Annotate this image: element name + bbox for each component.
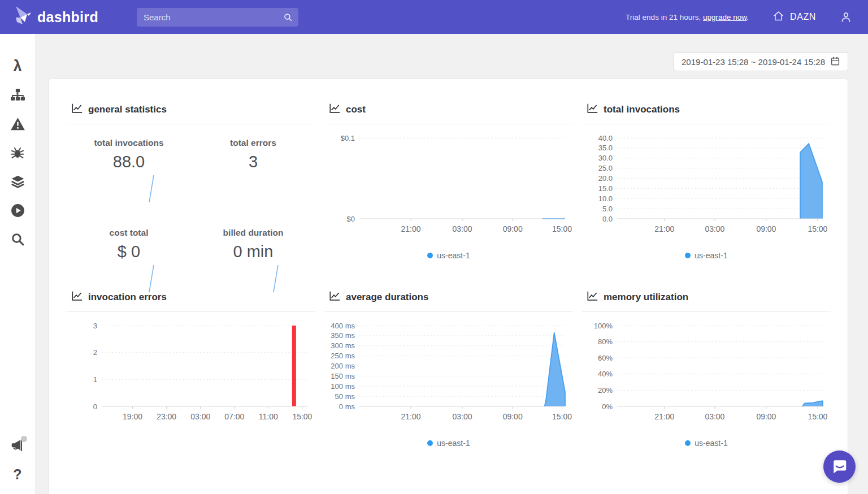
svg-text:60%: 60% — [598, 354, 613, 362]
trial-banner: Trial ends in 21 hours, upgrade now. — [626, 13, 749, 21]
panel-title: average durations — [346, 292, 428, 303]
svg-text:15:00: 15:00 — [552, 224, 572, 233]
svg-text:25.0: 25.0 — [598, 164, 613, 172]
date-range-value: 2019-01-23 15:28 ~ 2019-01-24 15:28 — [682, 57, 825, 67]
main-content: 2019-01-23 15:28 ~ 2019-01-24 15:28 — [36, 34, 868, 494]
svg-text:200 ms: 200 ms — [331, 362, 355, 370]
svg-text:20.0: 20.0 — [598, 174, 613, 183]
svg-text:03:00: 03:00 — [190, 412, 210, 421]
legend-item[interactable]: us-east-1 — [427, 251, 470, 260]
svg-text:250 ms: 250 ms — [331, 352, 355, 360]
chart-legend: us-east-1 — [324, 439, 573, 448]
stat-label: total invocations — [94, 138, 163, 148]
stat-sparkline — [147, 263, 156, 294]
svg-text:15:00: 15:00 — [552, 412, 572, 421]
svg-text:03:00: 03:00 — [452, 412, 472, 421]
svg-text:400 ms: 400 ms — [331, 322, 355, 330]
dashboard-card: general statistics total invocations 88.… — [48, 79, 848, 494]
date-range-picker[interactable]: 2019-01-23 15:28 ~ 2019-01-24 15:28 — [674, 52, 848, 71]
chat-launcher-button[interactable] — [823, 450, 856, 483]
invocation-errors-chart: 321019:0023:0003:0007:0011:0015:00 — [67, 319, 315, 427]
sidebar-item-announcements[interactable] — [9, 437, 26, 454]
stat-sparkline — [147, 174, 156, 204]
sidebar-item-help[interactable]: ? — [9, 466, 26, 483]
svg-text:19:00: 19:00 — [123, 412, 142, 421]
search-icon[interactable] — [283, 12, 293, 24]
svg-text:150 ms: 150 ms — [331, 372, 355, 380]
svg-text:40.0: 40.0 — [598, 134, 613, 142]
svg-text:100%: 100% — [594, 322, 613, 330]
svg-text:100 ms: 100 ms — [331, 382, 355, 391]
sidebar-item-live[interactable] — [9, 202, 26, 219]
svg-text:03:00: 03:00 — [705, 224, 724, 233]
calendar-icon — [830, 56, 840, 68]
date-toolbar: 2019-01-23 15:28 ~ 2019-01-24 15:28 — [48, 52, 848, 71]
legend-item[interactable]: us-east-1 — [427, 439, 470, 448]
svg-text:03:00: 03:00 — [452, 224, 472, 233]
brand-logo[interactable]: dashbird — [12, 5, 98, 29]
sidebar-item-errors[interactable] — [9, 144, 26, 161]
org-name: DAZN — [790, 12, 816, 22]
sidebar-item-resources[interactable] — [9, 173, 26, 190]
svg-text:10.0: 10.0 — [598, 194, 613, 203]
legend-label: us-east-1 — [437, 251, 470, 260]
question-icon: ? — [13, 467, 21, 482]
sidebar-item-sitemap[interactable] — [9, 86, 26, 103]
svg-text:09:00: 09:00 — [756, 412, 776, 421]
panel-total-invocations: total invocations 40.035.030.025.020.015… — [578, 103, 835, 291]
svg-text:07:00: 07:00 — [224, 412, 244, 421]
svg-text:350 ms: 350 ms — [331, 331, 355, 340]
svg-text:0 ms: 0 ms — [339, 402, 355, 411]
chart-line-icon — [329, 103, 341, 116]
sidebar-item-lambda[interactable]: λ — [9, 58, 26, 75]
chart-legend: us-east-1 — [582, 251, 831, 260]
memory-utilization-chart: 100%80%60%40%20%0%21:0003:0009:0015:00 — [582, 319, 831, 427]
chart-line-icon — [71, 291, 83, 304]
upgrade-now-link[interactable]: upgrade now — [703, 13, 747, 21]
chart-line-icon — [71, 103, 83, 116]
legend-dot-icon — [685, 440, 691, 446]
legend-label: us-east-1 — [437, 439, 470, 448]
svg-text:5.0: 5.0 — [602, 205, 613, 213]
svg-text:11:00: 11:00 — [259, 412, 278, 421]
stat-value: 0 min — [233, 242, 274, 261]
stat-total-invocations: total invocations 88.0 — [67, 138, 191, 204]
legend-dot-icon — [685, 253, 691, 258]
legend-item[interactable]: us-east-1 — [685, 251, 727, 260]
stat-value: 3 — [249, 153, 258, 171]
sidebar-item-alerts[interactable] — [9, 115, 26, 132]
trial-suffix: . — [747, 13, 749, 21]
lambda-icon: λ — [13, 59, 21, 74]
panel-divider — [582, 124, 831, 124]
panel-average-durations: average durations 400 ms350 ms300 ms250 … — [320, 291, 578, 478]
user-menu-button[interactable] — [840, 11, 852, 23]
legend-item[interactable]: us-east-1 — [685, 439, 727, 448]
svg-text:0%: 0% — [602, 402, 613, 411]
panel-divider — [324, 124, 573, 124]
svg-text:300 ms: 300 ms — [331, 341, 355, 350]
svg-text:09:00: 09:00 — [503, 412, 523, 421]
navbar-right: Trial ends in 21 hours, upgrade now. DAZ… — [626, 10, 852, 24]
org-switcher[interactable]: DAZN — [772, 10, 816, 24]
stat-value: $ 0 — [118, 242, 140, 261]
svg-text:15:00: 15:00 — [292, 412, 312, 421]
legend-label: us-east-1 — [695, 251, 727, 260]
play-circle-icon — [11, 203, 25, 218]
svg-text:15:00: 15:00 — [808, 412, 827, 421]
chart-legend: us-east-1 — [324, 251, 573, 260]
stat-billed-duration: billed duration 0 min — [191, 228, 315, 294]
svg-text:35.0: 35.0 — [598, 144, 613, 152]
sidebar-item-search[interactable] — [9, 231, 26, 248]
svg-text:21:00: 21:00 — [654, 224, 674, 233]
stat-cost-total: cost total $ 0 — [67, 228, 191, 294]
panel-title: memory utilization — [604, 292, 688, 303]
svg-text:1: 1 — [93, 375, 97, 384]
panel-divider — [67, 311, 315, 312]
notification-dot — [21, 436, 27, 442]
stat-label: cost total — [110, 228, 149, 238]
total-invocations-chart: 40.035.030.025.020.015.010.05.00.021:000… — [582, 131, 831, 240]
bug-icon — [10, 145, 25, 160]
search-input[interactable] — [137, 8, 298, 27]
home-icon — [772, 10, 784, 24]
svg-text:15:00: 15:00 — [808, 224, 827, 233]
